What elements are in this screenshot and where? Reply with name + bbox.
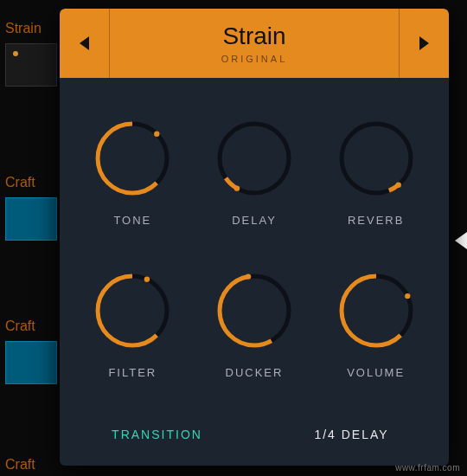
knob-cell-ducker: DUCKER [194, 248, 316, 400]
svg-point-6 [342, 124, 411, 193]
knob-label: FILTER [108, 366, 157, 379]
knob-ducker[interactable] [213, 269, 296, 352]
knob-grid: TONEDELAYREVERBFILTERDUCKERVOLUME [60, 78, 449, 403]
knob-filter[interactable] [91, 269, 174, 352]
preset-display[interactable]: Strain ORIGINAL [110, 9, 399, 78]
knob-delay[interactable] [213, 117, 296, 200]
knob-cell-delay: DELAY [194, 95, 316, 248]
knob-label: DELAY [232, 214, 277, 227]
knob-cell-tone: TONE [72, 95, 194, 248]
bg-label-craft-2: Craft [5, 318, 35, 334]
next-preset-button[interactable] [399, 9, 449, 78]
knob-label: VOLUME [347, 366, 405, 379]
delay-time-button[interactable]: 1/4 DELAY [254, 403, 449, 466]
chevron-left-icon [80, 36, 89, 50]
bg-label-craft-1: Craft [5, 175, 35, 190]
knob-cell-reverb: REVERB [315, 95, 437, 248]
knob-label: TONE [113, 214, 151, 227]
preset-title: Strain [222, 23, 285, 50]
effects-panel: Strain ORIGINAL TONEDELAYREVERBFILTERDUC… [60, 9, 449, 466]
preset-subtitle: ORIGINAL [221, 54, 288, 64]
bg-label-craft-3: Craft [5, 457, 35, 473]
panel-header: Strain ORIGINAL [60, 9, 449, 78]
bg-tile-craft-2 [5, 341, 57, 384]
prev-preset-button[interactable] [60, 9, 110, 78]
bg-tile-strain-dot [13, 51, 18, 56]
bg-tile-strain [5, 43, 57, 87]
bg-tile-craft-1 [5, 197, 57, 241]
knob-cell-filter: FILTER [72, 248, 194, 400]
bg-label-strain: Strain [5, 21, 42, 36]
panel-footer: TRANSITION 1/4 DELAY [60, 403, 449, 466]
knob-tone[interactable] [91, 117, 174, 200]
knob-label: DUCKER [226, 366, 284, 379]
knob-cell-volume: VOLUME [315, 248, 437, 400]
knob-volume[interactable] [335, 269, 418, 352]
knob-reverb[interactable] [335, 117, 418, 200]
chevron-right-icon [419, 36, 429, 50]
watermark: www.frfam.com [395, 463, 460, 473]
knob-label: REVERB [348, 214, 404, 227]
edge-caret-left-icon[interactable] [455, 232, 467, 249]
transition-button[interactable]: TRANSITION [60, 403, 254, 466]
